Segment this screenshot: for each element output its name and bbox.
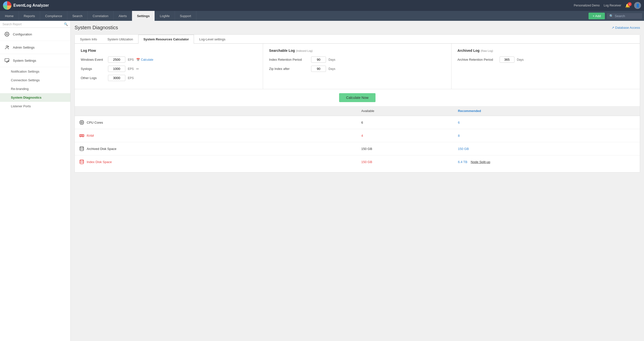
index-disk-recommended-cell: 6.4 TB Node Split-up [454,155,640,169]
node-splitup-link[interactable]: Node Split-up [471,160,490,164]
calculate-link[interactable]: 📅 Calculate [136,58,153,62]
user-avatar[interactable]: 👤 [634,2,641,9]
add-button[interactable]: + Add [588,13,605,19]
sidebar-search-input[interactable] [2,23,62,26]
zip-index-label: Zip Index after [269,67,308,71]
resources-table: Available Recommended [75,106,640,168]
calc-icon: 📅 [136,58,140,62]
index-retention-input[interactable] [311,57,326,63]
sidebar-search-box: 🔍 [0,21,70,28]
topbar-right: Personalized Demo Log Receiver 🔔 2 👤 [574,2,641,9]
archived-log-subtitle: (Raw Log) [480,49,493,52]
archived-log-column: Archived Log (Raw Log) Archive Retention… [452,44,640,89]
nav-alerts[interactable]: Alerts [114,11,132,21]
windows-event-row: Windows Event EPS 📅 Calculate [81,57,257,63]
calculate-now-button[interactable]: Calculate Now [339,93,375,102]
re-branding-label: Re-branding [11,87,29,91]
cpu-cores-cell: CPU Cores [75,116,358,129]
connection-settings-label: Connection Settings [11,78,40,82]
svg-point-24 [80,147,84,148]
ram-icon [79,133,85,139]
tab-system-info[interactable]: System Info [75,35,102,44]
syslogs-unit: EPS [128,67,134,71]
tab-system-resources-calculator[interactable]: System Resources Calculator [138,35,194,44]
searchable-log-subtitle: (Indexed Log) [296,49,312,52]
sidebar-item-configuration[interactable]: Configuration [0,28,70,41]
archive-retention-row: Archive Retention Period Days [458,57,634,63]
notification-bell[interactable]: 🔔 2 [625,3,630,8]
cpu-available-cell: 6 [358,116,454,129]
log-receiver-link[interactable]: Log Receiver [604,4,621,7]
index-disk-recommended-value: 6.4 TB [458,160,468,164]
log-flow-title: Log Flow [81,49,257,53]
zip-index-row: Zip Index after Days [269,66,445,72]
admin-settings-label: Admin Settings [13,46,34,49]
resources-table-wrapper: Available Recommended [75,106,640,172]
personalized-demo-link[interactable]: Personalized Demo [574,4,600,7]
page-header: System Diagnostics ↗ Database Access [74,25,640,31]
navbar: Home Reports Compliance Search Correlati… [0,11,644,21]
nav-reports[interactable]: Reports [19,11,40,21]
tab-system-utilization[interactable]: System Utilization [102,35,138,44]
sidebar-sub-connection-settings[interactable]: Connection Settings [0,76,70,85]
table-row: RAM 4 8 [75,129,640,142]
syslogs-edit-icon[interactable]: ✏ [136,67,139,71]
configuration-label: Configuration [13,33,32,36]
archive-retention-unit: Days [517,58,524,62]
external-link-icon: ↗ [612,26,614,30]
navbar-search-input[interactable] [615,14,640,18]
syslogs-label: Syslogs [81,67,106,71]
database-access-link[interactable]: ↗ Database Access [612,26,640,30]
index-retention-row: Index Retention Period Days [269,57,445,63]
syslogs-input[interactable] [108,66,125,72]
notification-count: 2 [628,2,632,6]
app-title: EventLog Analyzer [14,3,49,8]
sidebar-sub-notification-settings[interactable]: Notification Settings [0,67,70,76]
sidebar-sub-system-diagnostics[interactable]: System Diagnostics [0,93,70,102]
sidebar-item-admin-settings[interactable]: Admin Settings [0,41,70,54]
nav-correlation[interactable]: Correlation [88,11,114,21]
index-disk-available-cell: 150 GB [358,155,454,169]
ram-recommended-cell: 8 [454,129,640,142]
nav-compliance[interactable]: Compliance [40,11,67,21]
ram-available-cell: 4 [358,129,454,142]
calculate-btn-wrapper: Calculate Now [75,93,640,102]
system-settings-label: System Settings [13,59,36,63]
archived-disk-cell: Archived Disk Space [75,142,358,155]
svg-point-0 [6,34,8,35]
log-flow-column: Log Flow Windows Event EPS 📅 Calculate S… [75,44,263,89]
notification-settings-label: Notification Settings [11,70,40,73]
page-title: System Diagnostics [74,25,118,31]
nav-settings[interactable]: Settings [132,11,155,21]
table-row: Index Disk Space 150 GB 6.4 TB Node Spli… [75,155,640,169]
system-diagnostics-label: System Diagnostics [11,96,42,99]
sidebar-sub-listener-ports[interactable]: Listener Ports [0,102,70,111]
archived-disk-icon [79,146,85,152]
nav-support[interactable]: Support [175,11,196,21]
svg-point-1 [6,46,8,47]
other-logs-label: Other Logs [81,76,106,80]
table-row: Archived Disk Space 150 GB 150 GB [75,142,640,155]
ram-cell: RAM [75,129,358,142]
sidebar-item-system-settings[interactable]: System Settings [0,54,70,67]
navbar-search-box: 🔍 [607,13,642,19]
cpu-cores-label: CPU Cores [87,121,103,124]
nav-home[interactable]: Home [0,11,19,21]
archive-retention-input[interactable] [500,57,514,63]
archive-retention-label: Archive Retention Period [458,58,497,62]
zip-index-unit: Days [328,67,335,71]
nav-search[interactable]: Search [67,11,88,21]
content-wrapper: 🔍 Configuration Admin Settings [0,21,644,341]
tab-log-level-settings[interactable]: Log-Level settings [194,35,230,44]
zip-index-input[interactable] [311,66,326,72]
windows-event-input[interactable] [108,57,125,63]
other-logs-input[interactable] [108,75,125,81]
main-content: System Diagnostics ↗ Database Access Sys… [70,21,644,341]
cpu-icon [79,119,85,125]
col-recommended: Recommended [454,106,640,116]
sidebar-sub-re-branding[interactable]: Re-branding [0,85,70,93]
nav-logme[interactable]: LogMe [155,11,175,21]
log-flow-section-wrapper: Log Flow Windows Event EPS 📅 Calculate S… [75,44,640,89]
searchable-log-title: Searchable Log (Indexed Log) [269,49,445,53]
svg-rect-17 [80,135,84,137]
